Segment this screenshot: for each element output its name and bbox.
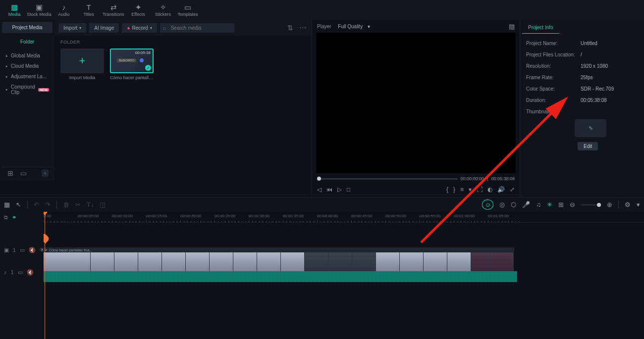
video-clip[interactable] (44, 252, 514, 271)
collapse-sidebar-button[interactable]: ‹ (42, 170, 49, 177)
timeline-toolbar: ▦ ↖ ↶ ↷ 🗑 ✂ T↓ ◫ ☺ ◎ ⬡ 🎤 ♫ ✳ ⊞ ⊖ ⊕ ⚙ ▾ (0, 197, 644, 212)
new-badge: NEW (38, 88, 49, 92)
nav-tab-transitions[interactable]: ⇄Transitions (101, 0, 126, 20)
nav-tab-stock[interactable]: ▣Stock Media (27, 0, 52, 20)
quality-dropdown[interactable]: Full Quality▾ (338, 24, 370, 29)
filter-icon[interactable]: ⇅ (286, 24, 295, 32)
media-panel: Project Media Folder ▸Global Media ▸Clou… (0, 20, 312, 197)
zoom-slider[interactable] (581, 204, 601, 205)
nav-tab-audio[interactable]: ♪Audio (52, 0, 76, 20)
mic-icon[interactable]: 🎤 (522, 201, 530, 208)
volume-icon[interactable]: 🔊 (497, 186, 505, 193)
redo-icon[interactable]: ↷ (45, 201, 51, 208)
timeline-tracks[interactable]: 0:0000:00:05:0000:00:10:0000:00:15:0000:… (44, 212, 644, 339)
zoom-out-icon[interactable]: ⊖ (570, 201, 575, 208)
audio-icon: ♪ (62, 3, 66, 11)
play-icon[interactable]: ▷ (337, 186, 342, 193)
cursor-icon[interactable]: ↖ (16, 201, 21, 208)
stop-icon[interactable]: □ (347, 186, 350, 193)
sidebar-cloud-media[interactable]: ▸Cloud Media (2, 61, 53, 71)
chain-icon[interactable]: ⚭ (12, 214, 16, 221)
grid-icon[interactable]: ▦ (4, 201, 10, 208)
nav-tab-effects[interactable]: ✦Effects (126, 0, 151, 20)
mixer-icon[interactable]: ⊞ (558, 201, 564, 208)
fullscreen-icon[interactable]: ⛶ (477, 186, 483, 193)
media-grid: FOLDER + Import Media 00:05:38 SUSCRITO … (54, 36, 312, 84)
delete-icon[interactable]: 🗑 (63, 201, 69, 208)
shield-icon[interactable]: ⬡ (511, 201, 516, 208)
mute-icon[interactable]: 🔇 (29, 247, 36, 253)
thumbnail-preview[interactable]: ✎ (575, 119, 606, 137)
zoom-handle[interactable] (597, 203, 601, 207)
settings-icon[interactable]: ⚙ (625, 201, 631, 208)
stock-icon: ▣ (36, 3, 43, 11)
new-folder-icon[interactable]: ⊞ (6, 169, 15, 177)
ai-image-button[interactable]: AI Image (89, 23, 119, 33)
list-icon[interactable]: ≡ (460, 186, 464, 193)
record-button[interactable]: ●Record▾ (122, 23, 157, 33)
more-icon[interactable]: ⋯ (298, 24, 308, 32)
camera-icon[interactable]: ◐ (487, 186, 492, 193)
nav-tab-templates[interactable]: ▭Templates (175, 0, 200, 20)
audio-waveform[interactable] (44, 271, 517, 282)
media-icon: ▦ (11, 3, 18, 11)
chevron-right-icon: ▸ (6, 64, 8, 68)
project-info-tab[interactable]: Project Info (522, 22, 559, 34)
text-icon[interactable]: T↓ (87, 201, 94, 208)
player-viewport[interactable] (316, 33, 516, 173)
project-media-button[interactable]: Project Media (2, 22, 53, 33)
mark-out-icon[interactable]: } (453, 186, 455, 193)
snapshot-icon[interactable]: ▧ (509, 23, 515, 30)
caret-down-icon[interactable]: ▾ (637, 201, 640, 208)
edit-button[interactable]: Edit (578, 142, 598, 150)
media-toolbar: Import▾ AI Image ●Record▾ ⌕ ⇅ ⋯ (54, 20, 312, 36)
media-clip-card[interactable]: 00:05:38 SUSCRITO ✓ Cómo hacer pantallas… (110, 48, 154, 80)
import-media-card[interactable]: + Import Media (60, 48, 104, 80)
search-input[interactable] (160, 23, 234, 33)
folder-item[interactable]: Folder (2, 36, 53, 48)
prev-frame-icon[interactable]: ◁ (317, 186, 322, 193)
sidebar-compound[interactable]: ▸Compound ClipNEW (2, 82, 53, 97)
mute-icon[interactable]: 🔇 (27, 269, 34, 276)
scrub-bar[interactable] (317, 178, 458, 180)
clip-title-bar[interactable]: ▸Cómo hacer pantallas fina... (44, 247, 514, 252)
effects-icon: ✦ (135, 3, 142, 11)
caret-down-icon: ▾ (150, 26, 152, 30)
nav-tab-media[interactable]: ▦Media (2, 0, 27, 20)
import-button[interactable]: Import▾ (58, 23, 86, 33)
link-icon[interactable]: ⧉ (4, 214, 8, 221)
nav-tab-titles[interactable]: TTitles (76, 0, 101, 20)
info-row-location: Project Files Location:/ (520, 49, 644, 60)
caret-down-icon[interactable]: ▾ (469, 186, 472, 193)
music-icon[interactable]: ♫ (536, 201, 541, 208)
stickers-icon: ✧ (160, 3, 166, 11)
video-track-header[interactable]: ▣1▭🔇👁 (0, 238, 44, 262)
sparkle-icon[interactable]: ✳ (547, 201, 552, 208)
timeline-ruler[interactable]: 0:0000:00:05:0000:00:10:0000:00:15:0000:… (44, 212, 644, 223)
info-row-framerate: Frame Rate:25fps (520, 72, 644, 83)
expand-icon[interactable]: ⤢ (510, 186, 515, 193)
clip-tag: SUSCRITO (117, 58, 136, 62)
notification-dot-icon (140, 58, 144, 62)
sidebar-global-media[interactable]: ▸Global Media (2, 50, 53, 61)
folder-icon[interactable]: ▭ (19, 169, 28, 177)
ai-icon[interactable]: ☺ (482, 199, 493, 210)
audio-icon: ♪ (4, 269, 7, 275)
playhead[interactable] (45, 212, 45, 339)
scrub-handle[interactable] (317, 177, 321, 181)
folder-icon[interactable]: ▭ (20, 247, 25, 253)
check-icon: ✓ (145, 65, 151, 71)
cut-icon[interactable]: ✂ (75, 201, 81, 208)
mark-in-icon[interactable]: { (446, 186, 448, 193)
audio-track-header[interactable]: ♪1▭🔇 (0, 262, 44, 282)
sidebar-adjustment[interactable]: ▸Adjustment La... (2, 71, 53, 82)
undo-icon[interactable]: ↶ (34, 201, 39, 208)
time-total: 00:05:38:08 (491, 176, 515, 181)
pencil-icon: ✎ (589, 125, 593, 132)
crop-icon[interactable]: ◫ (100, 201, 106, 208)
marker-icon[interactable]: ◎ (499, 201, 505, 208)
folder-icon[interactable]: ▭ (18, 269, 23, 276)
nav-tab-stickers[interactable]: ✧Stickers (151, 0, 175, 20)
step-back-icon[interactable]: ⏮ (326, 186, 332, 193)
zoom-in-icon[interactable]: ⊕ (607, 201, 612, 208)
